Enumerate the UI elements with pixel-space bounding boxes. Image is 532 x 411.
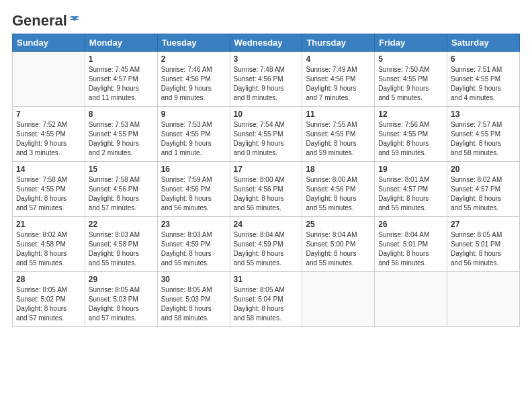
cell-text: Sunrise: 8:03 AMSunset: 4:59 PMDaylight:… <box>161 230 226 268</box>
cell-text: Sunrise: 7:58 AMSunset: 4:55 PMDaylight:… <box>16 175 81 213</box>
day-number: 11 <box>306 109 371 119</box>
calendar-cell: 4Sunrise: 7:49 AMSunset: 4:56 PMDaylight… <box>302 52 375 107</box>
col-header-thursday: Thursday <box>302 34 375 52</box>
week-row-4: 21Sunrise: 8:02 AMSunset: 4:58 PMDayligh… <box>13 217 520 272</box>
cell-text: Sunrise: 8:01 AMSunset: 4:57 PMDaylight:… <box>378 175 443 213</box>
calendar-header-row: SundayMondayTuesdayWednesdayThursdayFrid… <box>13 34 520 52</box>
col-header-friday: Friday <box>375 34 447 52</box>
cell-text: Sunrise: 8:04 AMSunset: 5:00 PMDaylight:… <box>306 230 371 268</box>
cell-text: Sunrise: 7:53 AMSunset: 4:55 PMDaylight:… <box>161 120 226 158</box>
col-header-monday: Monday <box>85 34 157 52</box>
calendar-cell <box>375 272 447 327</box>
day-number: 5 <box>378 54 443 64</box>
calendar-cell: 9Sunrise: 7:53 AMSunset: 4:55 PMDaylight… <box>157 107 230 162</box>
logo-bird-icon <box>69 15 81 27</box>
cell-text: Sunrise: 7:48 AMSunset: 4:56 PMDaylight:… <box>234 65 299 103</box>
calendar-cell: 25Sunrise: 8:04 AMSunset: 5:00 PMDayligh… <box>302 217 375 272</box>
cell-text: Sunrise: 8:03 AMSunset: 4:58 PMDaylight:… <box>89 230 154 268</box>
col-header-sunday: Sunday <box>13 34 85 52</box>
day-number: 25 <box>306 220 371 229</box>
calendar-cell: 10Sunrise: 7:54 AMSunset: 4:55 PMDayligh… <box>230 107 302 162</box>
calendar-cell <box>447 272 520 327</box>
day-number: 3 <box>234 54 299 64</box>
calendar-cell: 3Sunrise: 7:48 AMSunset: 4:56 PMDaylight… <box>230 52 302 107</box>
day-number: 28 <box>16 275 81 284</box>
day-number: 30 <box>161 275 226 284</box>
cell-text: Sunrise: 7:54 AMSunset: 4:55 PMDaylight:… <box>234 120 299 158</box>
day-number: 19 <box>378 165 443 174</box>
cell-text: Sunrise: 8:02 AMSunset: 4:58 PMDaylight:… <box>16 230 81 268</box>
day-number: 20 <box>451 165 516 174</box>
day-number: 10 <box>234 109 299 119</box>
calendar-cell: 20Sunrise: 8:02 AMSunset: 4:57 PMDayligh… <box>447 162 520 217</box>
cell-text: Sunrise: 8:05 AMSunset: 5:02 PMDaylight:… <box>16 285 81 323</box>
cell-text: Sunrise: 7:45 AMSunset: 4:57 PMDaylight:… <box>89 65 154 103</box>
cell-text: Sunrise: 8:00 AMSunset: 4:56 PMDaylight:… <box>306 175 371 213</box>
day-number: 8 <box>89 109 154 119</box>
cell-text: Sunrise: 7:56 AMSunset: 4:55 PMDaylight:… <box>378 120 443 158</box>
cell-text: Sunrise: 8:04 AMSunset: 5:01 PMDaylight:… <box>378 230 443 268</box>
calendar-cell: 17Sunrise: 8:00 AMSunset: 4:56 PMDayligh… <box>230 162 302 217</box>
calendar-cell: 8Sunrise: 7:53 AMSunset: 4:55 PMDaylight… <box>85 107 157 162</box>
day-number: 23 <box>161 220 226 229</box>
week-row-5: 28Sunrise: 8:05 AMSunset: 5:02 PMDayligh… <box>13 272 520 327</box>
col-header-tuesday: Tuesday <box>157 34 230 52</box>
calendar-cell: 7Sunrise: 7:52 AMSunset: 4:55 PMDaylight… <box>13 107 85 162</box>
col-header-wednesday: Wednesday <box>230 34 302 52</box>
cell-text: Sunrise: 8:05 AMSunset: 5:04 PMDaylight:… <box>234 285 299 323</box>
calendar-table: SundayMondayTuesdayWednesdayThursdayFrid… <box>12 34 520 327</box>
day-number: 27 <box>451 220 516 229</box>
calendar-cell: 31Sunrise: 8:05 AMSunset: 5:04 PMDayligh… <box>230 272 302 327</box>
calendar-cell: 24Sunrise: 8:04 AMSunset: 4:59 PMDayligh… <box>230 217 302 272</box>
day-number: 9 <box>161 109 226 119</box>
calendar-cell: 16Sunrise: 7:59 AMSunset: 4:56 PMDayligh… <box>157 162 230 217</box>
logo-general: General <box>12 12 67 30</box>
cell-text: Sunrise: 7:52 AMSunset: 4:55 PMDaylight:… <box>16 120 81 158</box>
cell-text: Sunrise: 8:05 AMSunset: 5:03 PMDaylight:… <box>161 285 226 323</box>
day-number: 26 <box>378 220 443 229</box>
cell-text: Sunrise: 8:04 AMSunset: 4:59 PMDaylight:… <box>234 230 299 268</box>
day-number: 18 <box>306 165 371 174</box>
calendar-cell: 23Sunrise: 8:03 AMSunset: 4:59 PMDayligh… <box>157 217 230 272</box>
page: General SundayMondayTuesdayWednesdayThur… <box>0 0 532 411</box>
day-number: 15 <box>89 165 154 174</box>
cell-text: Sunrise: 7:58 AMSunset: 4:56 PMDaylight:… <box>89 175 154 213</box>
day-number: 4 <box>306 54 371 64</box>
calendar-cell: 18Sunrise: 8:00 AMSunset: 4:56 PMDayligh… <box>302 162 375 217</box>
calendar-cell: 5Sunrise: 7:50 AMSunset: 4:55 PMDaylight… <box>375 52 447 107</box>
calendar-cell: 21Sunrise: 8:02 AMSunset: 4:58 PMDayligh… <box>13 217 85 272</box>
day-number: 22 <box>89 220 154 229</box>
cell-text: Sunrise: 7:53 AMSunset: 4:55 PMDaylight:… <box>89 120 154 158</box>
week-row-3: 14Sunrise: 7:58 AMSunset: 4:55 PMDayligh… <box>13 162 520 217</box>
calendar-cell: 6Sunrise: 7:51 AMSunset: 4:55 PMDaylight… <box>447 52 520 107</box>
day-number: 13 <box>451 109 516 119</box>
calendar-cell: 11Sunrise: 7:55 AMSunset: 4:55 PMDayligh… <box>302 107 375 162</box>
cell-text: Sunrise: 7:49 AMSunset: 4:56 PMDaylight:… <box>306 65 371 103</box>
cell-text: Sunrise: 7:57 AMSunset: 4:55 PMDaylight:… <box>451 120 516 158</box>
calendar-cell: 30Sunrise: 8:05 AMSunset: 5:03 PMDayligh… <box>157 272 230 327</box>
day-number: 24 <box>234 220 299 229</box>
logo: General <box>12 12 81 27</box>
calendar-cell: 13Sunrise: 7:57 AMSunset: 4:55 PMDayligh… <box>447 107 520 162</box>
calendar-cell: 26Sunrise: 8:04 AMSunset: 5:01 PMDayligh… <box>375 217 447 272</box>
day-number: 14 <box>16 165 81 174</box>
calendar-cell: 22Sunrise: 8:03 AMSunset: 4:58 PMDayligh… <box>85 217 157 272</box>
calendar-cell: 29Sunrise: 8:05 AMSunset: 5:03 PMDayligh… <box>85 272 157 327</box>
calendar-cell: 28Sunrise: 8:05 AMSunset: 5:02 PMDayligh… <box>13 272 85 327</box>
cell-text: Sunrise: 7:51 AMSunset: 4:55 PMDaylight:… <box>451 65 516 103</box>
cell-text: Sunrise: 7:50 AMSunset: 4:55 PMDaylight:… <box>378 65 443 103</box>
col-header-saturday: Saturday <box>447 34 520 52</box>
day-number: 31 <box>234 275 299 284</box>
day-number: 6 <box>451 54 516 64</box>
calendar-cell <box>302 272 375 327</box>
week-row-2: 7Sunrise: 7:52 AMSunset: 4:55 PMDaylight… <box>13 107 520 162</box>
calendar-cell: 27Sunrise: 8:05 AMSunset: 5:01 PMDayligh… <box>447 217 520 272</box>
day-number: 17 <box>234 165 299 174</box>
calendar-cell: 2Sunrise: 7:46 AMSunset: 4:56 PMDaylight… <box>157 52 230 107</box>
calendar-cell: 12Sunrise: 7:56 AMSunset: 4:55 PMDayligh… <box>375 107 447 162</box>
cell-text: Sunrise: 8:00 AMSunset: 4:56 PMDaylight:… <box>234 175 299 213</box>
calendar-cell: 1Sunrise: 7:45 AMSunset: 4:57 PMDaylight… <box>85 52 157 107</box>
calendar-cell: 14Sunrise: 7:58 AMSunset: 4:55 PMDayligh… <box>13 162 85 217</box>
day-number: 7 <box>16 109 81 119</box>
cell-text: Sunrise: 8:02 AMSunset: 4:57 PMDaylight:… <box>451 175 516 213</box>
